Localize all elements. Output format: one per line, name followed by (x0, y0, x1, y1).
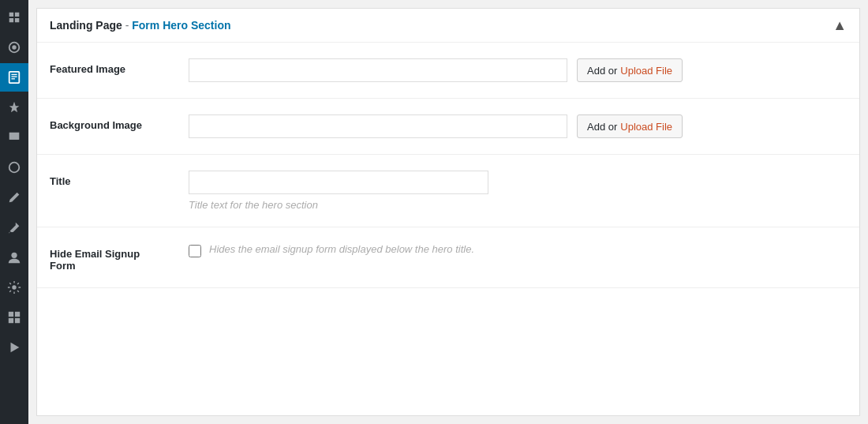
svg-point-1 (12, 45, 16, 49)
sidebar-item-play[interactable] (0, 333, 28, 362)
main-content: Landing Page - Form Hero Section ▲ Featu… (28, 0, 868, 424)
hide-email-checkbox-row: Hides the email signup form displayed be… (189, 243, 474, 257)
svg-rect-9 (9, 312, 13, 317)
panel: Landing Page - Form Hero Section ▲ Featu… (36, 8, 860, 416)
sidebar-item-comments[interactable] (0, 123, 28, 152)
background-image-row: Background Image Add or Upload File (37, 99, 859, 155)
title-input[interactable] (189, 171, 488, 194)
svg-marker-13 (11, 343, 20, 353)
hide-email-description: Hides the email signup form displayed be… (209, 243, 474, 255)
svg-rect-2 (9, 72, 20, 83)
sidebar-item-pen[interactable] (0, 183, 28, 212)
sidebar-item-grid[interactable] (0, 303, 28, 332)
svg-point-7 (11, 253, 17, 258)
sidebar-item-settings[interactable] (0, 273, 28, 302)
svg-point-6 (9, 163, 20, 173)
svg-rect-12 (15, 318, 20, 323)
featured-image-label: Featured Image (50, 58, 176, 75)
panel-title-separator: - (122, 19, 132, 32)
title-label: Title (50, 171, 176, 187)
hide-email-row: Hide Email Signup Form Hides the email s… (37, 227, 859, 288)
featured-image-btn-upload: Upload File (620, 65, 672, 77)
sidebar-item-pin[interactable] (0, 93, 28, 122)
hide-email-label-line2: Form (50, 260, 76, 272)
background-image-upload-btn[interactable]: Add or Upload File (577, 114, 683, 138)
sidebar-item-brush[interactable] (0, 213, 28, 242)
sidebar-item-circle[interactable] (0, 153, 28, 182)
background-image-input[interactable] (189, 114, 567, 138)
title-row: Title Title text for the hero section (37, 155, 859, 227)
sidebar-item-pages[interactable] (0, 63, 28, 92)
svg-rect-11 (9, 318, 13, 323)
sidebar (0, 0, 28, 424)
featured-image-field: Add or Upload File (189, 58, 847, 82)
panel-title-section: Form Hero Section (132, 19, 230, 32)
svg-point-8 (12, 285, 16, 289)
featured-image-upload-btn[interactable]: Add or Upload File (577, 58, 683, 82)
background-image-btn-upload: Upload File (620, 121, 672, 133)
background-image-field: Add or Upload File (189, 114, 847, 138)
svg-rect-10 (15, 312, 20, 317)
panel-title: Landing Page - Form Hero Section (50, 19, 231, 32)
sidebar-item-posts[interactable] (0, 33, 28, 62)
panel-title-prefix: Landing Page (50, 19, 122, 32)
collapse-icon[interactable]: ▲ (832, 18, 847, 32)
hide-email-field: Hides the email signup form displayed be… (189, 243, 847, 257)
hide-email-label-line1: Hide Email Signup (50, 248, 140, 260)
featured-image-row: Featured Image Add or Upload File (37, 43, 859, 99)
title-hint: Title text for the hero section (189, 199, 318, 211)
hide-email-checkbox[interactable] (189, 245, 201, 257)
panel-header: Landing Page - Form Hero Section ▲ (37, 9, 859, 43)
background-image-btn-add: Add or (587, 121, 617, 133)
sidebar-item-user[interactable] (0, 243, 28, 272)
hide-email-label: Hide Email Signup Form (50, 243, 176, 272)
title-field: Title text for the hero section (189, 171, 847, 211)
background-image-label: Background Image (50, 114, 176, 131)
featured-image-btn-add: Add or (587, 65, 617, 77)
sidebar-item-dashboard[interactable] (0, 3, 28, 32)
featured-image-input[interactable] (189, 58, 567, 82)
